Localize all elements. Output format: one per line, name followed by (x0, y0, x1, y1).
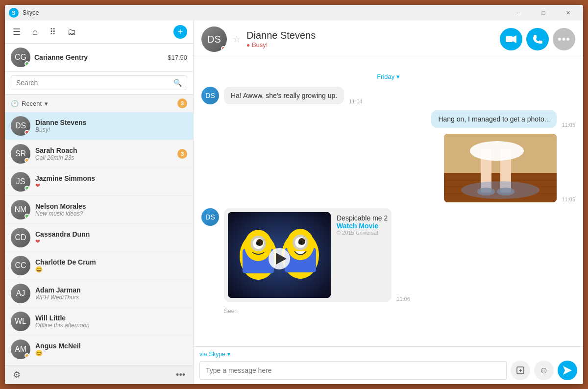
search-bar: 🔍 (5, 72, 193, 95)
svg-point-13 (461, 181, 539, 199)
contact-avatar: CC (11, 256, 30, 275)
media-link[interactable]: Watch Movie (337, 222, 388, 230)
chat-messages: Friday ▾ DS Ha! Awww, she's really growi… (194, 58, 583, 346)
user-avatar: CG (11, 48, 30, 67)
svg-point-22 (256, 242, 260, 245)
message-time: 11:06 (396, 296, 410, 302)
menu-icon[interactable]: ☰ (11, 24, 23, 39)
more-options-icon[interactable]: ••• (176, 370, 185, 380)
contact-info: Angus McNeil 😊 (35, 342, 187, 357)
contact-status: Offline this afternoon (35, 322, 187, 329)
contact-name: Charlotte De Crum (35, 258, 187, 266)
chat-contact-status: ● Busy! (246, 41, 500, 49)
user-profile-bar: CG Carianne Gentry $17.50 (5, 44, 193, 72)
contact-status: 😊 (35, 350, 187, 357)
contact-item[interactable]: WL Will Little Offline this afternoon (5, 308, 193, 336)
status-online-dot (24, 214, 29, 219)
home-icon[interactable]: ⌂ (30, 25, 40, 39)
chat-input-area: via Skype ▾ ☺ (194, 346, 583, 384)
video-call-button[interactable] (500, 28, 522, 50)
message-image (444, 134, 557, 202)
contact-info: Will Little Offline this afternoon (35, 314, 187, 329)
contact-item[interactable]: JS Jazmine Simmons ❤ (5, 168, 193, 196)
message-time: 11:05 (562, 196, 575, 202)
contact-status: ❤ (35, 182, 187, 189)
favorite-star-icon[interactable]: ☆ (233, 34, 241, 45)
contact-status: Call 26min 23s (35, 154, 172, 161)
via-skype-selector[interactable]: via Skype ▾ (199, 351, 577, 358)
contact-name: Cassandra Dunn (35, 230, 187, 238)
recent-header: 🕐 Recent ▾ 3 (5, 95, 193, 112)
message-avatar: DS (201, 87, 219, 104)
recent-text: Recent (22, 100, 42, 107)
emoji-button[interactable]: ☺ (534, 361, 554, 380)
message-input[interactable] (199, 361, 507, 380)
user-profile-left: CG Carianne Gentry (11, 48, 88, 67)
app-window: S Skype ─ □ ✕ ☰ ⌂ ⠿ 🗂 + (5, 5, 583, 384)
main-content: ☰ ⌂ ⠿ 🗂 + CG Carianne Gentry $17.50 (5, 21, 583, 384)
media-card: Despicable me 2 Watch Movie © 2015 Unive… (228, 212, 388, 298)
message-row: 11:05 Hang on, I managed to get a photo.… (201, 110, 575, 128)
seen-label: Seen (224, 308, 575, 315)
contact-avatar: DS (11, 116, 30, 136)
status-away-dot (24, 158, 29, 163)
maximize-button[interactable]: □ (532, 5, 555, 21)
status-online-dot (24, 186, 29, 191)
media-copyright: © 2015 Universal (337, 230, 388, 236)
via-label: via (199, 351, 207, 358)
settings-icon[interactable]: ⚙ (13, 369, 21, 380)
contact-name: Nelson Morales (35, 202, 187, 210)
title-bar-left: S Skype (9, 8, 39, 18)
recent-badge: 3 (177, 98, 187, 108)
chat-area: DS ☆ Dianne Stevens ● Busy! (194, 21, 583, 384)
voice-call-button[interactable] (526, 28, 549, 50)
message-bubble: Hang on, I managed to get a photo... (431, 110, 557, 128)
contact-info: Cassandra Dunn ❤ (35, 230, 187, 245)
contact-avatar: SR (11, 144, 30, 164)
chat-contact-avatar: DS (201, 26, 227, 52)
contact-item[interactable]: AJ Adam Jarman WFH Wed/Thurs (5, 280, 193, 308)
message-time: 11:04 (349, 98, 363, 104)
contact-item[interactable]: CD Cassandra Dunn ❤ (5, 224, 193, 252)
contact-item[interactable]: NM Nelson Morales New music ideas? (5, 196, 193, 224)
contact-item[interactable]: DS Dianne Stevens Busy! (5, 112, 193, 140)
contacts-icon[interactable]: 🗂 (66, 25, 78, 39)
sidebar-nav-bar: ☰ ⌂ ⠿ 🗂 + (5, 21, 193, 44)
chat-header-actions: ••• (500, 28, 575, 50)
chat-header-left: DS ☆ Dianne Stevens ● Busy! (201, 26, 500, 52)
sidebar-footer: ⚙ ••• (5, 365, 193, 384)
status-busy-dot (24, 130, 29, 135)
contact-name: Dianne Stevens (35, 119, 187, 126)
contact-status: Busy! (35, 126, 187, 133)
svg-rect-0 (506, 36, 513, 42)
grid-icon[interactable]: ⠿ (48, 24, 58, 39)
contact-name: Sarah Roach (35, 146, 172, 154)
contact-item[interactable]: SR Sarah Roach Call 26min 23s 3 (5, 140, 193, 168)
media-thumbnail[interactable] (228, 212, 331, 298)
contact-info: Nelson Morales New music ideas? (35, 202, 187, 217)
contact-item[interactable]: AM Angus McNeil 😊 (5, 336, 193, 364)
recent-label[interactable]: 🕐 Recent ▾ (11, 100, 48, 107)
add-button[interactable]: + (173, 25, 187, 39)
message-row: 11:05 (201, 134, 575, 202)
message-bubble: Ha! Awww, she's really growing up. (224, 87, 344, 104)
date-divider-label[interactable]: Friday ▾ (377, 73, 400, 80)
skype-logo: S (9, 8, 19, 18)
close-button[interactable]: ✕ (557, 5, 579, 21)
contact-item[interactable]: CC Charlotte De Crum 😄 (5, 252, 193, 280)
contact-status: New music ideas? (35, 210, 187, 217)
user-name: Carianne Gentry (34, 53, 88, 61)
minimize-button[interactable]: ─ (508, 5, 530, 21)
chevron-icon: ▾ (45, 100, 48, 107)
contact-avatar: CD (11, 228, 30, 247)
sidebar: ☰ ⌂ ⠿ 🗂 + CG Carianne Gentry $17.50 (5, 21, 194, 384)
more-options-button[interactable]: ••• (553, 28, 575, 50)
svg-marker-1 (513, 35, 516, 43)
status-away-dot (24, 353, 29, 358)
search-input[interactable] (16, 79, 170, 87)
search-input-wrapper: 🔍 (11, 75, 187, 90)
media-title: Despicable me 2 (337, 214, 388, 222)
file-share-button[interactable] (511, 361, 530, 380)
svg-marker-35 (563, 366, 572, 375)
send-button[interactable] (558, 361, 577, 380)
